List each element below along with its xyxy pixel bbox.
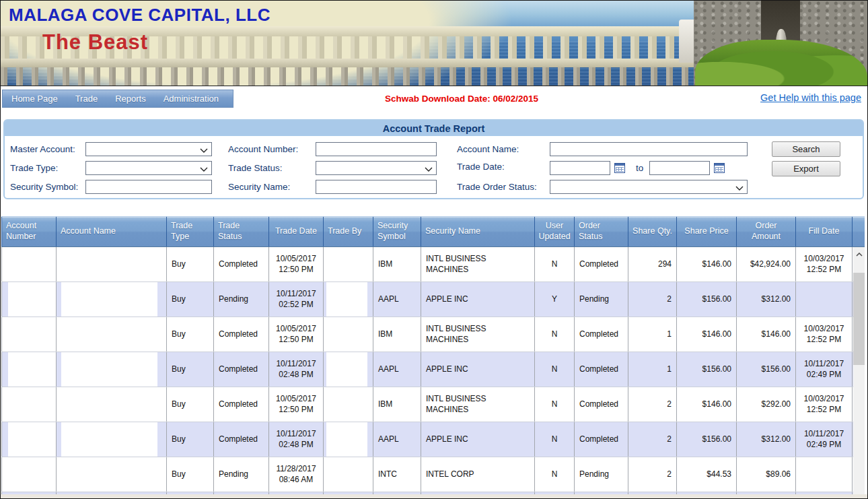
cell-trade_by: [324, 247, 373, 281]
cell-trade_date: 10/11/2017 02:52 PM: [269, 282, 324, 317]
cell-user_updated: N: [535, 247, 575, 281]
column-header-trade_status[interactable]: Trade Status: [214, 217, 269, 246]
master-account-label: Master Account:: [10, 142, 75, 156]
trade-type-select[interactable]: [85, 161, 212, 175]
cell-account_name: [57, 422, 167, 457]
column-header-account_name[interactable]: Account Name: [57, 217, 167, 246]
cell-trade_status: Completed: [214, 247, 269, 281]
column-header-order_status[interactable]: Order Status: [575, 217, 628, 246]
cell-security_name: INTEL CORP: [421, 457, 535, 492]
cell-order_amount: $156.00: [737, 352, 796, 387]
nav-item-administration[interactable]: Administration: [155, 94, 227, 104]
company-name: MALAGA COVE CAPITAL, LLC: [9, 5, 270, 26]
security-symbol-label: Security Symbol:: [10, 180, 78, 194]
cell-account_name: [57, 352, 167, 387]
trade-order-status-select[interactable]: [550, 180, 748, 194]
cell-order_status: Completed: [575, 247, 628, 281]
cell-share_price: $146.00: [677, 317, 737, 352]
table-row: BuyCompleted10/05/2017 12:50 PMIBMINTL B…: [1, 387, 865, 422]
master-account-select[interactable]: [85, 142, 212, 156]
column-header-share_price[interactable]: Share Price: [677, 217, 737, 246]
cell-share_qty: 2: [628, 457, 677, 492]
banner: MALAGA COVE CAPITAL, LLC The Beast: [1, 1, 867, 86]
cell-trade_date: 10/05/2017 12:50 PM: [269, 247, 324, 281]
cell-trade_status: Pending: [214, 282, 269, 317]
column-header-user_updated[interactable]: User Updated: [535, 217, 575, 246]
cell-account_number: [1, 387, 57, 422]
cell-order_status: Pending: [575, 457, 628, 492]
cell-order_amount: $42,924.00: [737, 247, 796, 281]
cell-user_updated: Y: [535, 282, 575, 317]
cell-account_number: [1, 317, 57, 352]
nav-item-trade[interactable]: Trade: [67, 94, 106, 104]
cell-trade_status: Pending: [214, 457, 269, 492]
column-header-fill_date[interactable]: Fill Date: [796, 217, 853, 246]
cell-share_price: $146.00: [677, 247, 737, 281]
scroll-up-arrow-icon[interactable]: [853, 248, 865, 260]
cell-trade_date: 10/05/2017 12:50 PM: [269, 317, 324, 352]
cell-fill_date: 10/11/2017 02:49 PM: [796, 422, 853, 457]
trade-date-to-label: to: [636, 161, 643, 175]
account-name-input[interactable]: [550, 142, 748, 156]
app-name: The Beast: [42, 30, 148, 55]
scrollbar-thumb[interactable]: [853, 273, 865, 365]
security-name-input[interactable]: [316, 180, 437, 194]
export-button[interactable]: Export: [772, 161, 840, 176]
cell-share_qty: 294: [628, 247, 677, 281]
cell-account_name: [57, 317, 167, 352]
cell-account_number: [1, 352, 57, 387]
trade-type-label: Trade Type:: [10, 161, 58, 175]
trade-date-to-input[interactable]: [649, 161, 710, 175]
nav-item-home-page[interactable]: Home Page: [3, 94, 67, 104]
cell-trade_status: Completed: [214, 352, 269, 387]
column-header-trade_date[interactable]: Trade Date: [269, 217, 324, 246]
cell-trade_date: 10/11/2017 02:48 PM: [269, 352, 324, 387]
cell-trade_status: Completed: [214, 317, 269, 352]
cell-order_status: Pending: [575, 282, 628, 317]
cell-trade_date: 11/28/2017 08:46 AM: [269, 457, 324, 492]
cell-trade_type: Buy: [167, 387, 214, 422]
table-row: BuyPending11/28/2017 08:46 AMINTCINTEL C…: [1, 457, 865, 492]
nav-item-reports[interactable]: Reports: [106, 94, 155, 104]
security-symbol-input[interactable]: [85, 180, 212, 194]
cell-trade_type: Buy: [167, 352, 214, 387]
cell-share_price: $146.00: [677, 387, 737, 422]
column-header-trade_type[interactable]: Trade Type: [167, 217, 214, 246]
column-header-trade_by[interactable]: Trade By: [324, 217, 373, 246]
cell-fill_date: 10/03/2017 12:52 PM: [796, 317, 853, 352]
account-number-input[interactable]: [316, 142, 437, 156]
column-header-security_symbol[interactable]: Security Symbol: [373, 217, 421, 246]
calendar-icon[interactable]: [714, 163, 725, 173]
trade-date-from-input[interactable]: [550, 161, 610, 175]
table-row: BuyCompleted10/11/2017 02:48 PMAAPLAPPLE…: [1, 352, 865, 387]
table-row: BuyCompleted10/05/2017 12:50 PMIBMINTL B…: [1, 247, 865, 282]
vertical-scrollbar[interactable]: [853, 247, 865, 494]
cell-trade_by: [324, 387, 373, 422]
cell-user_updated: N: [535, 317, 575, 352]
calendar-icon[interactable]: [614, 163, 625, 173]
column-header-security_name[interactable]: Security Name: [421, 217, 535, 246]
trade-status-label: Trade Status:: [228, 161, 283, 175]
table-header-row: Account NumberAccount NameTrade TypeTrad…: [1, 216, 865, 247]
cell-share_price: $44.53: [677, 457, 737, 492]
chevron-down-icon: [735, 181, 744, 193]
cell-fill_date: 10/11/2017 02:49 PM: [796, 352, 853, 387]
column-header-share_qty[interactable]: Share Qty.: [628, 217, 677, 246]
cell-account_number: [1, 422, 57, 457]
cell-account_name: [57, 247, 167, 281]
cell-share_price: $156.00: [677, 282, 737, 317]
column-header-account_number[interactable]: Account Number: [1, 217, 57, 246]
cell-account_name: [57, 457, 167, 492]
cell-account_name: [57, 387, 167, 422]
cell-trade_by: [324, 317, 373, 352]
cell-order_status: Completed: [575, 352, 628, 387]
get-help-link[interactable]: Get Help with this page: [760, 92, 861, 103]
search-button[interactable]: Search: [772, 141, 840, 157]
cell-share_qty: 1: [628, 317, 677, 352]
column-header-order_amount[interactable]: Order Amount: [737, 217, 796, 246]
table-row: BuyCompleted10/11/2017 02:48 PMAAPLAPPLE…: [1, 422, 865, 457]
cell-account_number: [1, 282, 57, 317]
cell-user_updated: N: [535, 422, 575, 457]
trade-status-select[interactable]: [316, 161, 437, 175]
cell-share_qty: 2: [628, 387, 677, 422]
